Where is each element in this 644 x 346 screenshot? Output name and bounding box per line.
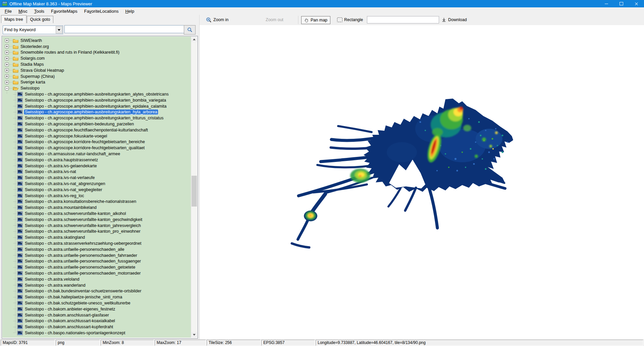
tree-item-row[interactable]: Swisstopo - ch.astra.schwerverunfallte-k… [2,217,191,223]
tree-item-row[interactable]: Swisstopo - ch.bak.halteplaetze-jenische… [2,294,191,300]
tree-item-row[interactable]: Swisstopo - ch.agroscope.amphibien-ausbr… [2,109,191,115]
scrollbar-thumb[interactable] [192,176,197,207]
tree-item-row[interactable]: Swisstopo - ch.bakom.anbieter-eigenes_fe… [2,306,191,312]
find-mode-combobox[interactable]: Find by Keyword [3,25,63,34]
tree-connector [9,64,12,65]
expand-toggle-icon[interactable] [5,51,9,54]
map-layer-icon [17,158,23,162]
rectangle-button[interactable]: Rectangle [336,16,364,23]
tree-folder-row[interactable]: Supermap (China) [2,73,191,79]
tree-item-row[interactable]: Swisstopo - ch.agroscope.korridore-feuch… [2,139,191,145]
tree-folder-row[interactable]: Strava Global Heatmap [2,67,191,73]
tree-item-row[interactable]: Swisstopo - ch.agroscope.amphibien-bedeu… [2,121,191,127]
tree-item-row[interactable]: Swisstopo - ch.astra.hauptstrassennetz [2,157,191,163]
collapse-toggle-icon[interactable] [5,86,9,90]
maps-tree[interactable]: SIWEIearthSkoterleder.orgSnowmobile rout… [2,37,191,338]
map-canvas[interactable] [200,25,644,339]
expand-toggle-icon[interactable] [5,80,9,84]
tree-item-row[interactable]: Swisstopo - ch.agroscope.amphibien-ausbr… [2,115,191,121]
tree-item-label: Swisstopo - ch.bakom.anschlussart-kupfer… [24,324,114,330]
zoom-out-button[interactable]: Zoom out [264,16,285,23]
tree-item-row[interactable]: Swisstopo - ch.astra.unfaelle-personensc… [2,264,191,270]
maximize-button[interactable] [614,0,629,7]
tree-item-row[interactable]: Swisstopo - ch.armasuisse.natur-landscha… [2,151,191,157]
menu-item-help[interactable]: Help [122,8,138,14]
tree-item-row[interactable]: Swisstopo - ch.astra.mountainbikeland [2,205,191,211]
tree-item-label: Swisstopo - ch.bakom.anschlussart-glasfa… [24,312,110,318]
toolbar-input[interactable] [367,16,439,23]
tree-item-row[interactable]: Swisstopo - ch.astra.unfaelle-personensc… [2,270,191,276]
zoom-in-button[interactable]: Zoom in [205,16,230,23]
tree-item-label: Swisstopo - ch.astra.unfaelle-personensc… [24,265,136,270]
tree-item-row[interactable]: Swisstopo - ch.agroscope.fokuskarte-voeg… [2,133,191,139]
scroll-down-button[interactable] [191,332,197,338]
menu-item-misc[interactable]: Misc [15,8,31,14]
tree-connector [13,333,16,333]
menu-item-file[interactable]: File [1,8,15,14]
menu-item-favoritemaps[interactable]: FavoriteMaps [48,8,81,14]
tree-item-row[interactable]: Swisstopo - ch.bakom.anschlussart-koaxia… [2,318,191,324]
close-button[interactable] [629,0,644,7]
scroll-up-button[interactable] [191,37,197,42]
tree-folder-row[interactable]: Snowmobile routes and ruts in Finland (K… [2,50,191,56]
tree-item-row[interactable]: Swisstopo - ch.agroscope.feuchtflaechenp… [2,127,191,133]
tree-folder-row[interactable]: Sverige karta [2,79,191,85]
expand-toggle-icon[interactable] [5,45,9,48]
search-input[interactable] [64,25,184,33]
tree-item-row[interactable]: Swisstopo - ch.astra.schwerverunfallte-k… [2,211,191,217]
tab-quick-goto[interactable]: Quick goto [27,16,54,23]
expand-toggle-icon[interactable] [5,68,9,72]
expand-toggle-icon[interactable] [5,57,9,60]
tree-item-row[interactable]: Swisstopo - ch.astra.wanderland [2,282,191,288]
tree-item-row[interactable]: Swisstopo - ch.bakom.anschlussart-kupfer… [2,324,191,330]
download-button[interactable]: Download [440,16,468,23]
tree-item-row[interactable]: Swisstopo - ch.astra.unfaelle-personensc… [2,252,191,258]
map-layer-icon [17,122,23,126]
tree-item-row[interactable]: Swisstopo - ch.bakom.anschlussart-glasfa… [2,312,191,318]
tree-item-row[interactable]: Swisstopo - ch.baspo.nationales-sportanl… [2,330,191,336]
window-controls [599,0,644,7]
tree-item-label: Swisstopo - ch.bakom.anbieter-eigenes_fe… [24,306,116,312]
tree-item-row[interactable]: Swisstopo - ch.agroscope.amphibien-ausbr… [2,91,191,97]
tree-item-row[interactable]: Swisstopo - ch.bak.schutzgebiete-unesco_… [2,300,191,306]
tree-item-row[interactable]: Swisstopo - ch.astra.ivs-nat_abgrenzunge… [2,181,191,187]
minimize-button[interactable] [599,0,614,7]
expand-toggle-icon[interactable] [5,74,9,78]
tree-item-row[interactable]: Swisstopo - ch.astra.ivs-gelaendekarte [2,163,191,169]
tree-item-row[interactable]: Swisstopo - ch.astra.strassenverkehrszae… [2,240,191,246]
menu-item-favoritelocations[interactable]: FavoriteLocations [81,8,122,14]
tree-item-row[interactable]: Swisstopo - ch.astra.ivs-nat_wegbegleite… [2,187,191,193]
minimize-icon [605,4,608,4]
tree-folder-row[interactable]: Swisstopo [2,85,191,91]
tree-item-row[interactable]: Swisstopo - ch.astra.veloland [2,276,191,282]
tree-item-row[interactable]: Swisstopo - ch.bak.bundesinventar-schuet… [2,288,191,294]
tree-item-row[interactable]: Swisstopo - ch.astra.schwerverunfallte-k… [2,223,191,229]
tab-maps-tree[interactable]: Maps tree [1,15,26,23]
folder-closed-icon [13,50,18,55]
tree-item-row[interactable]: Swisstopo - ch.astra.unfaelle-personensc… [2,246,191,252]
menu-item-tools[interactable]: Tools [31,8,48,14]
pan-map-button[interactable]: Pan map [301,16,330,24]
tree-item-row[interactable]: Swisstopo - ch.astra.schwerverunfallte-k… [2,229,191,235]
tree-item-row[interactable]: Swisstopo - ch.astra.skatingland [2,234,191,240]
tree-item-row[interactable]: Swisstopo - ch.astra.ivs-reg_loc [2,193,191,199]
tree-folder-row[interactable]: Skoterleder.org [2,44,191,50]
tree-item-row[interactable]: Swisstopo - ch.astra.unfaelle-personensc… [2,258,191,264]
tree-item-row[interactable]: Swisstopo - ch.astra.ivs-nat-verlaeufe [2,175,191,181]
search-button[interactable] [184,25,196,35]
expand-toggle-icon[interactable] [5,39,9,42]
tree-folder-row[interactable]: Stadia Maps [2,61,191,67]
tree-item-row[interactable]: Swisstopo - ch.agroscope.amphibien-ausbr… [2,97,191,103]
tree-folder-row[interactable]: Solargis.com [2,55,191,61]
tree-item-row[interactable]: Swisstopo - ch.agroscope.korridore-feuch… [2,145,191,151]
tree-vertical-scrollbar[interactable] [191,37,197,338]
download-icon [441,17,446,22]
tree-connector [9,46,12,47]
tree-folder-row[interactable]: SIWEIearth [2,38,191,44]
tree-item-row[interactable]: Swisstopo - ch.astra.konsultationsbereic… [2,199,191,205]
tree-item-row[interactable]: Swisstopo - ch.agroscope.amphibien-ausbr… [2,103,191,109]
tree-item-row[interactable]: Swisstopo - ch.astra.ivs-nat [2,169,191,175]
status-cell-3: MaxZoom: 17 [155,340,206,346]
expand-toggle-icon[interactable] [5,63,9,66]
combobox-dropdown-button[interactable] [56,26,62,34]
